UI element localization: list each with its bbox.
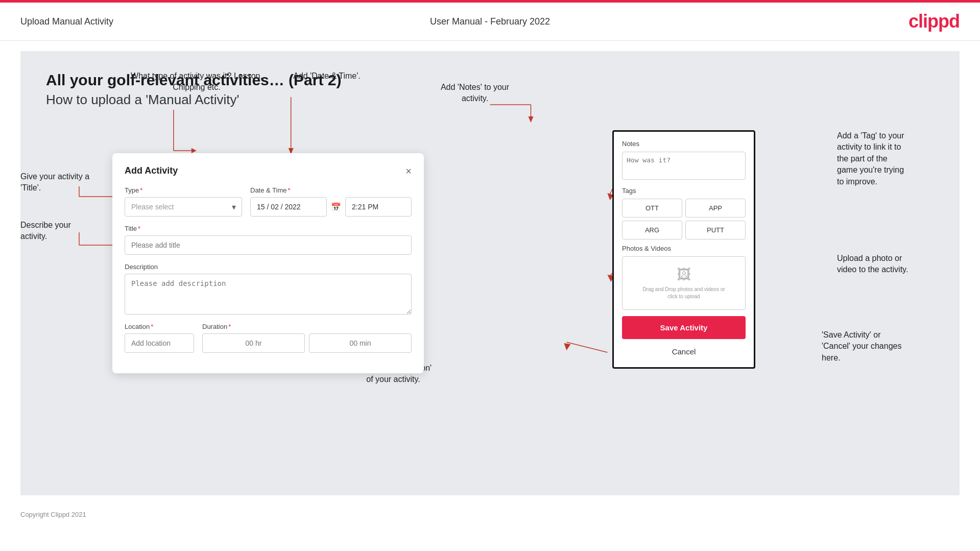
tag-putt[interactable]: PUTT — [685, 221, 746, 239]
duration-min-input[interactable] — [309, 333, 412, 353]
save-activity-button[interactable]: Save Activity — [622, 316, 746, 339]
add-activity-dialog: Add Activity × Type* Please select Date … — [112, 153, 424, 373]
phone-inner: Notes Tags OTT APP ARG PUTT Photos & Vid… — [614, 132, 754, 367]
logo: clippd — [909, 11, 960, 32]
tag-app[interactable]: APP — [685, 199, 746, 218]
location-group: Location* — [125, 323, 194, 353]
tag-ott[interactable]: OTT — [622, 199, 682, 218]
dialog-header: Add Activity × — [125, 165, 412, 176]
upload-text: Drag and Drop photos and videos orclick … — [628, 286, 740, 300]
location-label: Location* — [125, 323, 194, 330]
type-select[interactable]: Please select — [125, 197, 242, 217]
svg-marker-24 — [564, 343, 570, 350]
manual-label: User Manual - February 2022 — [430, 16, 550, 27]
tag-arg[interactable]: ARG — [622, 221, 682, 239]
top-bar: Upload Manual Activity User Manual - Feb… — [0, 3, 980, 41]
location-input[interactable] — [125, 333, 194, 353]
svg-marker-18 — [528, 116, 533, 123]
type-group: Type* Please select — [125, 186, 242, 217]
location-duration-row: Location* Duration* — [125, 323, 412, 353]
title-field-label: Title* — [125, 225, 412, 232]
close-button[interactable]: × — [405, 166, 412, 176]
callout-notes: Add 'Notes' to youractivity. — [424, 82, 526, 105]
notes-label: Notes — [622, 140, 746, 148]
tags-label: Tags — [622, 187, 746, 195]
callout-upload: Upload a photo orvideo to the activity. — [837, 253, 949, 276]
type-label: Type* — [125, 186, 242, 194]
title-input[interactable] — [125, 235, 412, 255]
upload-icon: 🖼 — [628, 266, 740, 283]
calendar-icon: 📅 — [331, 202, 341, 212]
duration-inputs — [202, 333, 412, 353]
date-time-row: 📅 — [250, 197, 412, 217]
description-label: Description — [125, 263, 412, 271]
page-label: Upload Manual Activity — [20, 16, 113, 27]
time-input[interactable] — [345, 197, 412, 217]
cancel-button[interactable]: Cancel — [622, 344, 746, 359]
callout-date-time: Add 'Date & Time'. — [271, 70, 383, 82]
svg-line-23 — [566, 342, 607, 352]
duration-group: Duration* — [202, 323, 412, 353]
description-textarea[interactable] — [125, 274, 412, 315]
main-content: All your golf-relevant activities… (Part… — [20, 51, 960, 495]
callout-title: Give your activity a'Title'. — [20, 171, 102, 194]
type-date-row: Type* Please select Date & Time* 📅 — [125, 186, 412, 217]
tags-grid: OTT APP ARG PUTT — [622, 199, 746, 239]
dialog-title: Add Activity — [125, 165, 178, 176]
notes-textarea[interactable] — [622, 152, 746, 180]
callout-save-cancel: 'Save Activity' or'Cancel' your changesh… — [822, 329, 954, 364]
copyright: Copyright Clippd 2021 — [20, 511, 86, 518]
datetime-label: Date & Time* — [250, 186, 412, 194]
upload-area[interactable]: 🖼 Drag and Drop photos and videos orclic… — [622, 256, 746, 310]
footer: Copyright Clippd 2021 — [0, 506, 980, 523]
callout-activity-type: What type of activity was it? Lesson, Ch… — [130, 70, 263, 93]
callout-tag: Add a 'Tag' to youractivity to link it t… — [837, 130, 949, 187]
svg-marker-2 — [192, 148, 197, 153]
datetime-group: Date & Time* 📅 — [250, 186, 412, 217]
title-group: Title* — [125, 225, 412, 255]
duration-label: Duration* — [202, 323, 412, 330]
phone-panel: Notes Tags OTT APP ARG PUTT Photos & Vid… — [612, 130, 755, 369]
type-select-wrapper: Please select — [125, 197, 242, 217]
description-group: Description — [125, 263, 412, 315]
duration-hr-input[interactable] — [202, 333, 305, 353]
date-input[interactable] — [250, 197, 327, 217]
callout-describe: Describe youractivity. — [20, 220, 97, 243]
photos-label: Photos & Videos — [622, 245, 746, 252]
